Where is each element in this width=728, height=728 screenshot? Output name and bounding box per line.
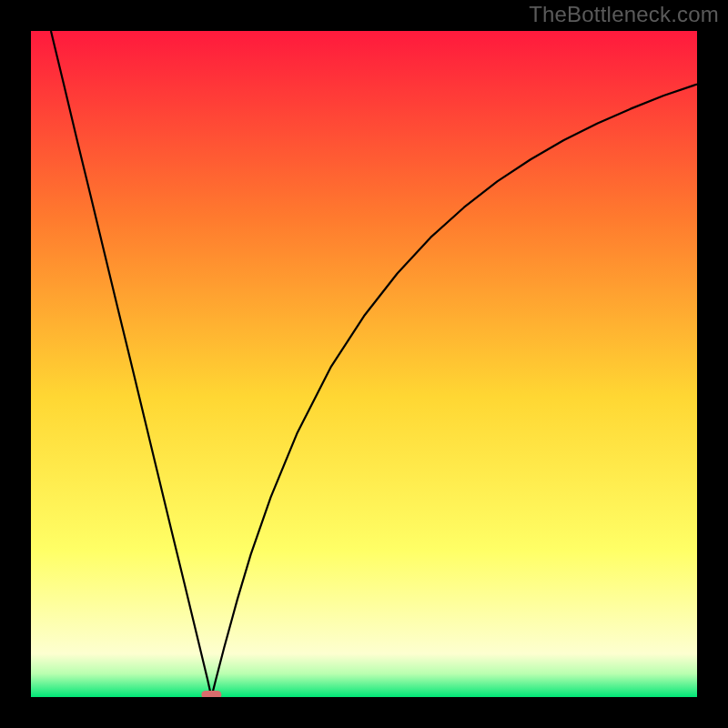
chart-frame: TheBottleneck.com — [0, 0, 728, 728]
watermark-text: TheBottleneck.com — [529, 2, 719, 27]
min-marker — [201, 691, 221, 697]
chart-svg — [31, 31, 697, 697]
plot-area — [31, 31, 697, 697]
